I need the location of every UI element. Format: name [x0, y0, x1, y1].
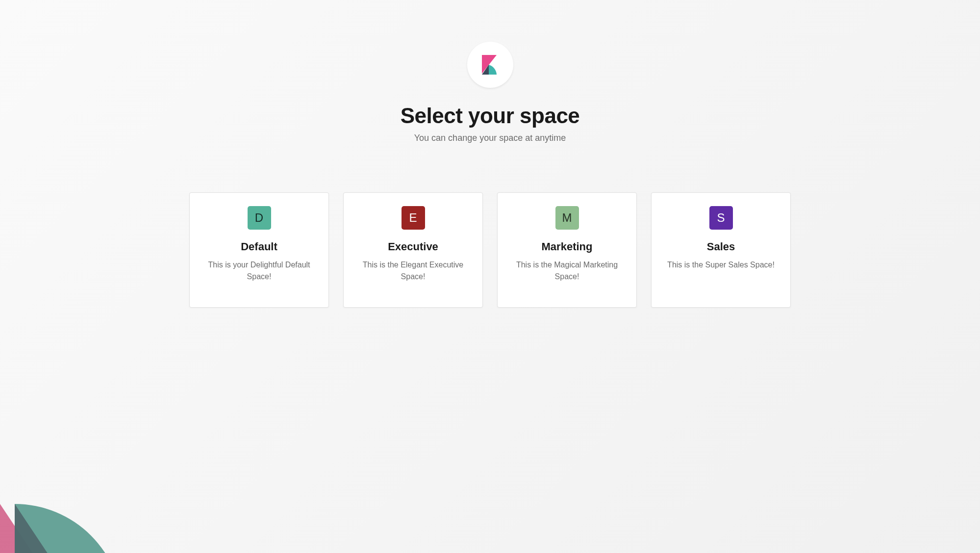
space-card-description: This is the Super Sales Space! — [667, 259, 775, 271]
kibana-logo-circle — [467, 42, 513, 88]
space-card-list: D Default This is your Delightful Defaul… — [189, 192, 791, 308]
space-card-marketing[interactable]: M Marketing This is the Magical Marketin… — [497, 192, 637, 308]
page-subtitle: You can change your space at anytime — [414, 133, 566, 143]
svg-marker-1 — [15, 504, 113, 553]
page-title: Select your space — [401, 104, 580, 128]
space-card-title: Sales — [707, 240, 735, 253]
space-avatar: D — [248, 206, 271, 230]
space-avatar: S — [709, 206, 733, 230]
kibana-logo-icon — [482, 55, 499, 75]
space-card-title: Default — [241, 240, 277, 253]
svg-marker-0 — [0, 357, 98, 553]
space-card-executive[interactable]: E Executive This is the Elegant Executiv… — [343, 192, 483, 308]
space-card-title: Marketing — [542, 240, 593, 253]
space-card-default[interactable]: D Default This is your Delightful Defaul… — [189, 192, 329, 308]
space-card-title: Executive — [388, 240, 438, 253]
space-avatar: M — [555, 206, 579, 230]
space-card-description: This is the Magical Marketing Space! — [508, 259, 626, 283]
space-card-description: This is your Delightful Default Space! — [201, 259, 318, 283]
space-avatar: E — [402, 206, 425, 230]
space-card-sales[interactable]: S Sales This is the Super Sales Space! — [651, 192, 791, 308]
space-card-description: This is the Elegant Executive Space! — [354, 259, 472, 283]
